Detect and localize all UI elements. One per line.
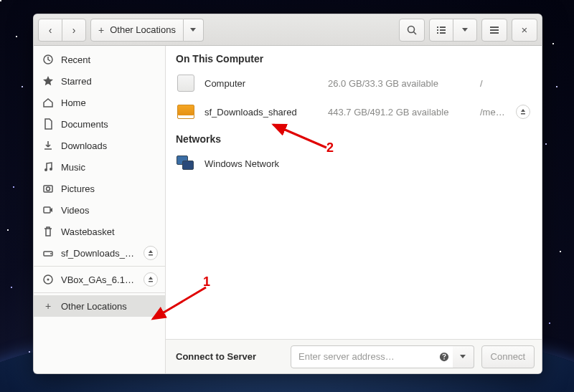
sidebar-item-label: Pictures [61,183,158,194]
sidebar-item-wastebasket[interactable]: Wastebasket [34,221,165,242]
sidebar-item-label: Documents [61,119,158,130]
sidebar-item-videos[interactable]: Videos [34,199,165,221]
home-icon [42,97,54,108]
drive-row-sf-downloads[interactable]: sf_Downloads_shared 443.7 GB/491.2 GB av… [166,97,542,126]
connect-label: Connect to Server [176,351,283,362]
sidebar-item-label: Wastebasket [61,226,158,237]
hamburger-menu-button[interactable] [481,19,507,42]
camera-icon [42,183,54,194]
sidebar-item-home[interactable]: Home [34,92,165,113]
triangle-down-icon [190,28,196,32]
svg-rect-5 [440,29,446,31]
hamburger-icon [489,24,500,36]
sidebar-item-starred[interactable]: Starred [34,70,165,92]
triangle-down-icon [462,28,468,32]
drive-icon [42,247,54,259]
sidebar-mount-sf-downloads[interactable]: sf_Downloads_shared [34,242,165,264]
close-window-button[interactable]: × [512,19,537,42]
sidebar-item-label: Starred [61,76,158,87]
svg-point-15 [47,187,50,191]
network-row-windows[interactable]: Windows Network [166,149,542,178]
server-address-input[interactable] [291,345,454,368]
path-bar: + Other Locations [90,19,204,42]
path-button-other-locations[interactable]: + Other Locations [90,19,184,42]
svg-line-1 [414,32,417,34]
sidebar-item-music[interactable]: Music [34,156,165,178]
forward-button[interactable]: › [62,19,86,42]
svg-point-20 [47,279,50,281]
svg-point-18 [50,253,52,254]
sidebar-item-label: VBox_GAs_6.1.16 [61,274,136,285]
eject-button[interactable] [144,246,158,260]
sidebar-item-label: Recent [61,54,158,65]
video-icon [42,204,54,216]
connect-to-server-bar: Connect to Server Connect [166,339,542,373]
external-drive-icon [176,102,196,122]
svg-rect-10 [490,32,499,34]
connect-button[interactable]: Connect [481,345,535,368]
search-icon [406,24,418,36]
window-body: Recent Starred Home Documents Downloads … [34,46,542,373]
star-icon [42,75,54,87]
sidebar-item-label: Downloads [61,140,158,151]
sidebar-separator [34,266,165,267]
eject-button[interactable] [516,105,530,119]
nav-buttons: ‹ › [38,19,86,42]
eject-icon [148,277,154,282]
plus-icon: + [98,24,104,36]
view-options-button[interactable] [453,19,477,42]
back-button[interactable]: ‹ [38,19,62,42]
download-icon [42,140,54,151]
network-icon [176,153,196,173]
drive-name: Computer [204,78,319,89]
sidebar-separator [34,292,165,293]
drive-available: 443.7 GB/491.2 GB available [328,107,471,118]
header-bar: ‹ › + Other Locations [34,14,542,46]
eject-button[interactable] [144,272,158,287]
sidebar-item-other-locations[interactable]: + Other Locations [34,295,165,317]
svg-rect-7 [440,32,446,34]
drive-row-computer[interactable]: Computer 26.0 GB/33.3 GB available / [166,69,542,97]
sidebar-item-label: Music [61,162,158,173]
svg-point-13 [50,168,52,171]
path-dropdown-button[interactable] [184,19,204,42]
sidebar-item-label: Home [61,97,158,108]
disc-icon [42,274,54,285]
drive-name: sf_Downloads_shared [204,107,319,118]
svg-rect-2 [437,27,438,28]
chevron-left-icon: ‹ [49,25,52,35]
svg-rect-8 [490,27,499,28]
server-history-button[interactable] [453,345,474,368]
sidebar-item-documents[interactable]: Documents [34,113,165,135]
list-icon [436,24,447,36]
svg-rect-4 [437,29,438,31]
eject-icon [520,109,526,115]
places-sidebar: Recent Starred Home Documents Downloads … [34,46,166,373]
drive-available: 26.0 GB/33.3 GB available [328,78,471,89]
list-view-button[interactable] [429,19,453,42]
view-mode-buttons [429,19,477,42]
sidebar-item-label: Videos [61,205,158,216]
sidebar-item-downloads[interactable]: Downloads [34,135,165,156]
main-panel: On This Computer Computer 26.0 GB/33.3 G… [166,46,542,373]
drive-path: /media/s…s_shared [480,107,507,118]
svg-rect-6 [437,32,438,34]
svg-rect-16 [44,207,50,213]
sidebar-mount-vbox-gas[interactable]: VBox_GAs_6.1.16 [34,269,165,290]
section-header-computer: On This Computer [166,46,542,69]
sidebar-item-recent[interactable]: Recent [34,49,165,70]
drive-path: / [480,78,507,89]
file-manager-window: ‹ › + Other Locations [33,14,542,374]
close-icon: × [522,24,528,36]
trash-icon [42,226,54,237]
search-button[interactable] [399,19,425,42]
svg-point-0 [408,26,415,32]
sidebar-item-label: Other Locations [61,301,158,312]
plus-icon: + [42,300,54,312]
chevron-right-icon: › [72,25,76,35]
sidebar-item-label: sf_Downloads_shared [61,248,136,259]
path-label: Other Locations [110,24,176,35]
svg-rect-9 [490,29,499,31]
sidebar-item-pictures[interactable]: Pictures [34,178,165,199]
document-icon [42,118,54,130]
